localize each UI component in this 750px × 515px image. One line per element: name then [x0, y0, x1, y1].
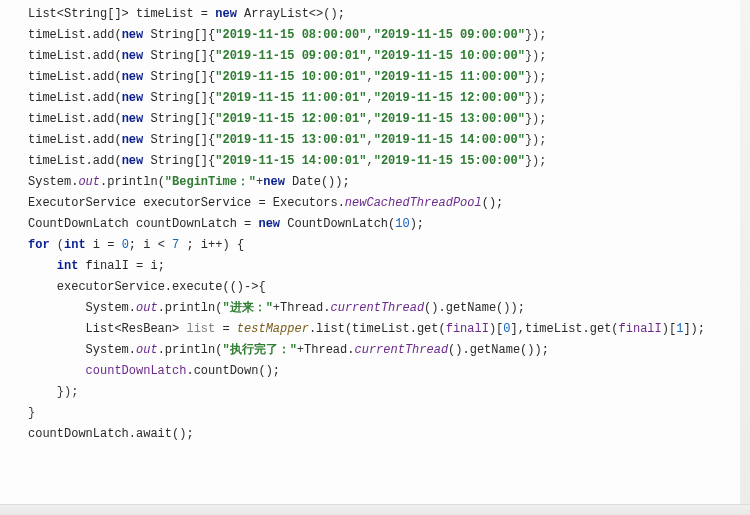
code-text: timeList.add(: [28, 133, 122, 147]
comma: ,: [366, 133, 373, 147]
code-text: ],timeList.get(: [511, 322, 619, 336]
code-text: countDownLatch.await();: [28, 427, 194, 441]
indent: [28, 364, 86, 378]
code-text: );: [410, 217, 424, 231]
code-text: System.: [28, 175, 78, 189]
code-text: String[]{: [143, 70, 215, 84]
code-text: String[]{: [143, 154, 215, 168]
code-text: List<String[]> timeList =: [28, 7, 215, 21]
keyword-for: for: [28, 238, 50, 252]
code-text: });: [525, 154, 547, 168]
code-text: timeList.add(: [28, 91, 122, 105]
comma: ,: [366, 70, 373, 84]
code-line: int finalI = i;: [0, 256, 750, 277]
code-text: String[]{: [143, 28, 215, 42]
code-line: timeList.add(new String[]{"2019-11-15 14…: [0, 151, 750, 172]
indent: [28, 385, 57, 399]
code-text: (: [50, 238, 64, 252]
code-line: });: [0, 382, 750, 403]
var-countdownlatch: countDownLatch: [86, 364, 187, 378]
string-literal: "2019-11-15 11:00:01": [215, 91, 366, 105]
code-line: countDownLatch.countDown();: [0, 361, 750, 382]
code-text: ]);: [683, 322, 705, 336]
keyword-new: new: [122, 28, 144, 42]
code-text: Thread.: [280, 301, 330, 315]
code-text: String[]{: [143, 49, 215, 63]
field-out: out: [78, 175, 100, 189]
code-text: String[]{: [143, 133, 215, 147]
code-line: CountDownLatch countDownLatch = new Coun…: [0, 214, 750, 235]
string-literal: "2019-11-15 12:00:01": [215, 112, 366, 126]
code-text: Thread.: [304, 343, 354, 357]
vertical-scrollbar[interactable]: [740, 0, 750, 505]
indent: [28, 280, 57, 294]
code-text: .list(timeList.get(: [309, 322, 446, 336]
string-literal: "2019-11-15 09:00:00": [374, 28, 525, 42]
code-line: timeList.add(new String[]{"2019-11-15 08…: [0, 25, 750, 46]
code-text: CountDownLatch(: [280, 217, 395, 231]
comma: ,: [366, 112, 373, 126]
code-editor-viewport: List<String[]> timeList = new ArrayList<…: [0, 0, 750, 515]
keyword-new: new: [122, 91, 144, 105]
code-line: timeList.add(new String[]{"2019-11-15 13…: [0, 130, 750, 151]
comma: ,: [366, 49, 373, 63]
number-literal: 0: [122, 238, 129, 252]
code-text: )[: [489, 322, 503, 336]
indent: [28, 259, 57, 273]
keyword-new: new: [122, 112, 144, 126]
code-text: )[: [662, 322, 676, 336]
plus: +: [273, 301, 280, 315]
code-text: ().getName());: [424, 301, 525, 315]
code-text: System.: [86, 301, 136, 315]
code-text: .countDown();: [186, 364, 280, 378]
comma: ,: [366, 91, 373, 105]
keyword-new: new: [215, 7, 237, 21]
var-list: list: [186, 322, 215, 336]
code-text: System.: [86, 343, 136, 357]
static-method: newCachedThreadPool: [345, 196, 482, 210]
code-text: timeList.add(: [28, 49, 122, 63]
code-text: ; i <: [129, 238, 172, 252]
code-line: System.out.println("执行完了："+Thread.curren…: [0, 340, 750, 361]
code-text: =: [215, 322, 237, 336]
string-literal: "2019-11-15 14:00:01": [215, 154, 366, 168]
code-line: timeList.add(new String[]{"2019-11-15 11…: [0, 88, 750, 109]
string-literal: "进来：": [222, 301, 272, 315]
code-text: timeList.add(: [28, 112, 122, 126]
code-text: i =: [86, 238, 122, 252]
field-testmapper: testMapper: [237, 322, 309, 336]
code-text: timeList.add(: [28, 154, 122, 168]
code-text: ArrayList<>();: [237, 7, 345, 21]
string-literal: "2019-11-15 09:00:01": [215, 49, 366, 63]
string-literal: "2019-11-15 10:00:00": [374, 49, 525, 63]
var-finali: finalI: [446, 322, 489, 336]
string-literal: "2019-11-15 12:00:00": [374, 91, 525, 105]
code-text: });: [525, 49, 547, 63]
string-literal: "2019-11-15 14:00:00": [374, 133, 525, 147]
keyword-new: new: [258, 217, 280, 231]
code-text: Date());: [285, 175, 350, 189]
code-text: List<ResBean>: [86, 322, 187, 336]
code-line: System.out.println("进来："+Thread.currentT…: [0, 298, 750, 319]
code-line: System.out.println("BeginTime："+new Date…: [0, 172, 750, 193]
code-text: String[]{: [143, 112, 215, 126]
plus: +: [297, 343, 304, 357]
field-out: out: [136, 301, 158, 315]
code-text: ();: [482, 196, 504, 210]
string-literal: "2019-11-15 15:00:00": [374, 154, 525, 168]
keyword-int: int: [57, 259, 79, 273]
static-method: currentThread: [354, 343, 448, 357]
string-literal: "BeginTime：": [165, 175, 256, 189]
string-literal: "2019-11-15 08:00:00": [215, 28, 366, 42]
code-text: .println(: [158, 343, 223, 357]
string-literal: "2019-11-15 11:00:00": [374, 70, 525, 84]
indent: [28, 322, 86, 336]
code-line: executorService.execute(()->{: [0, 277, 750, 298]
code-line: countDownLatch.await();: [0, 424, 750, 445]
number-literal: 10: [395, 217, 409, 231]
code-text: });: [525, 91, 547, 105]
horizontal-scrollbar[interactable]: [0, 504, 750, 515]
keyword-new: new: [122, 154, 144, 168]
code-text: executorService.execute(()->{: [57, 280, 266, 294]
code-line: List<ResBean> list = testMapper.list(tim…: [0, 319, 750, 340]
